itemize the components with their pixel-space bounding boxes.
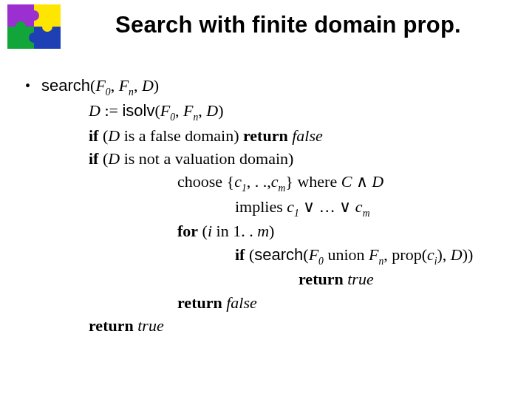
code-line: search(F0, Fn, D): [41, 74, 159, 99]
svg-point-5: [16, 21, 26, 32]
code-line: D := isolv(F0, Fn, D): [89, 99, 510, 124]
code-line: if (D is not a valuation domain): [89, 147, 510, 170]
svg-point-6: [42, 21, 52, 32]
svg-point-7: [29, 33, 39, 43]
slide-body: • search(F0, Fn, D) D := isolv(F0, Fn, D…: [25, 74, 510, 337]
code-line: if (D is a false domain) return false: [89, 124, 510, 147]
svg-point-4: [29, 10, 39, 21]
code-line: for (i in 1. . m): [177, 219, 510, 242]
code-line: return true: [299, 267, 510, 290]
bullet-icon: •: [25, 75, 41, 96]
code-line: if (search(F0 union Fn, prop(ci), D)): [235, 243, 510, 268]
slide-title: Search with finite domain prop.: [66, 12, 510, 38]
code-line: choose {c1, . .,cm} where C ∧ D: [177, 170, 510, 195]
code-line: return true: [89, 314, 510, 337]
puzzle-logo-icon: [7, 4, 61, 49]
code-line: implies c1 ∨ … ∨ cm: [235, 195, 510, 220]
bullet-line: • search(F0, Fn, D): [25, 74, 510, 99]
code-line: return false: [177, 291, 510, 314]
